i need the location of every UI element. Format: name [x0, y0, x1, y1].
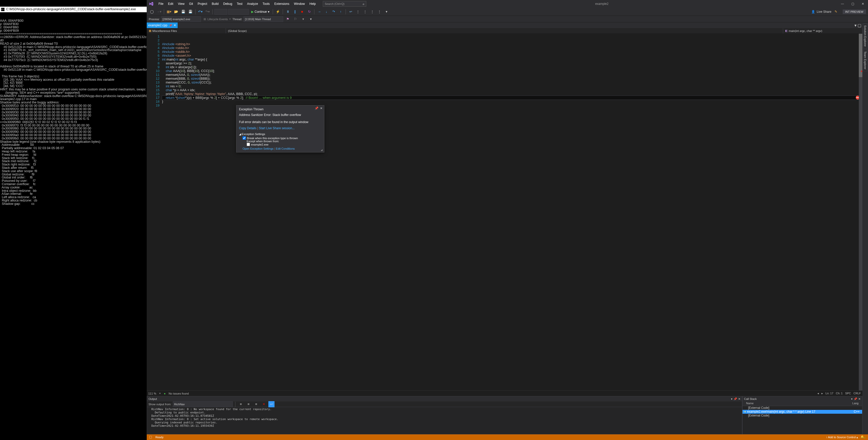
save-icon[interactable]: 💾 — [180, 9, 186, 15]
output-text[interactable]: RichNav Information: 0 : No workspace fo… — [147, 407, 742, 434]
output-find-icon[interactable]: ≡ — [238, 401, 244, 407]
show-next-icon[interactable]: → — [316, 9, 322, 15]
nav-function[interactable]: ◧main(int argc, char ** argv) — [783, 28, 862, 33]
misc-icon-2[interactable]: ⋮ — [362, 9, 368, 15]
liveshare-label[interactable]: Live Share — [817, 10, 831, 13]
code-line-1[interactable]: #include <string.h> — [162, 42, 862, 46]
search-box[interactable]: Search (Ctrl+Q) ⌕ — [323, 1, 366, 7]
menu-debug[interactable]: Debug — [221, 1, 234, 7]
code-line-7[interactable]: assert(argc >= 2); — [162, 61, 862, 65]
code-body[interactable]: #include <string.h>#include <stdio.h>#in… — [162, 34, 862, 391]
feedback-icon[interactable]: ✎ — [833, 9, 839, 15]
code-line-13[interactable]: int res = 0; — [162, 84, 862, 88]
nav-back-icon[interactable]: ◯ — [149, 9, 155, 15]
nav-scope[interactable]: (Global Scope) — [226, 28, 783, 33]
config-combo[interactable] — [214, 9, 227, 14]
step-into-icon[interactable]: ↓ — [323, 9, 330, 15]
code-line-6[interactable]: int main(int argc, char **argv) { — [162, 58, 862, 61]
process-combo[interactable]: [28056] example2.exe — [161, 16, 201, 22]
code-line-17[interactable]: return *(short*)(p) + BBB[argc % 2] + CC… — [162, 96, 862, 100]
edit-conditions-link[interactable]: Edit Conditions — [276, 147, 295, 150]
resize-grip-icon[interactable]: ◢ — [321, 148, 322, 151]
undo-icon[interactable]: ↶▾ — [197, 9, 204, 15]
redo-icon[interactable]: ↷▾ — [205, 9, 211, 15]
col-indicator[interactable]: Ch: 1 — [836, 392, 842, 395]
panel-dropdown-icon[interactable]: ▾ — [851, 397, 852, 401]
menu-tools[interactable]: Tools — [260, 1, 272, 7]
step-over-icon[interactable]: ↷ — [331, 9, 337, 15]
output-clear-icon[interactable]: ✕ — [261, 401, 267, 407]
panel-close-icon[interactable]: ✕ — [858, 397, 861, 401]
notifications-icon[interactable]: 🔔2 — [861, 435, 865, 439]
menu-build[interactable]: Build — [210, 1, 221, 7]
code-line-3[interactable]: #include <stdlib.h> — [162, 50, 862, 54]
code-line-18[interactable]: } — [162, 100, 862, 103]
copy-details-link[interactable]: Copy Details — [239, 126, 256, 130]
liveshare-icon[interactable]: 👤 — [811, 10, 815, 13]
open-exception-settings-link[interactable]: Open Exception Settings — [243, 147, 274, 150]
except-exe-checkbox[interactable] — [247, 143, 250, 146]
panel-dropdown-icon[interactable]: ▾ — [731, 397, 733, 401]
platform-combo[interactable] — [228, 9, 249, 14]
code-line-11[interactable]: memset(BBB, 0, sizeof(BBB)); — [162, 77, 862, 80]
callstack-col-lang[interactable]: Lang — [852, 402, 859, 406]
restart-icon[interactable]: ↻ — [306, 9, 312, 15]
hotreload-icon[interactable]: ⚡ — [275, 9, 281, 15]
panel-pin-icon[interactable]: 📌 — [734, 397, 737, 401]
continue-button[interactable]: ▶Continue ▾ — [250, 9, 271, 14]
save-all-icon[interactable]: 💾 — [187, 9, 193, 15]
line-indicator[interactable]: Ln: 17 — [826, 392, 834, 395]
pause-icon[interactable]: ‖ — [292, 9, 298, 15]
lifecycle-label[interactable]: Lifecycle Events — [208, 18, 228, 21]
popup-close-icon[interactable]: ✕ — [320, 106, 322, 110]
code-line-10[interactable]: memset(AAA, 0, sizeof(AAA)); — [162, 73, 862, 77]
code-line-4[interactable]: #include <assert.h> — [162, 54, 862, 58]
zoom-level[interactable]: 111 % — [148, 392, 156, 395]
flag-icon-2[interactable]: ⚐ — [292, 16, 299, 22]
callstack-body[interactable]: [External Code]➜example2.exe!main(int ar… — [743, 406, 862, 434]
panel-pin-icon[interactable]: 📌 — [854, 397, 857, 401]
menu-window[interactable]: Window — [292, 1, 307, 7]
add-source-control[interactable]: ↑ Add to Source Control ▴ — [826, 436, 858, 439]
menu-analyze[interactable]: Analyze — [245, 1, 260, 7]
misc-icon-3[interactable]: ⋮ — [369, 9, 375, 15]
step-out-icon[interactable]: ↑ — [338, 9, 344, 15]
output-prev-icon[interactable]: ≡ — [245, 401, 251, 407]
issues-label[interactable]: No issues found — [169, 392, 189, 395]
stop-icon[interactable]: ■ — [299, 9, 305, 15]
menu-extensions[interactable]: Extensions — [272, 1, 291, 7]
callstack-row[interactable]: [External Code] — [743, 406, 862, 410]
callstack-col-name[interactable]: Name — [746, 402, 753, 406]
rail-team-explorer[interactable]: Team Explorer — [863, 49, 867, 71]
callstack-row[interactable]: ➜example2.exe!main(int argc, char * * ar… — [743, 410, 862, 414]
break-all-icon[interactable]: ⏸ — [285, 9, 291, 15]
menu-project[interactable]: Project — [195, 1, 209, 7]
close-button[interactable]: ✕ — [858, 0, 868, 8]
nav-fwd-icon[interactable]: →▾ — [156, 9, 162, 15]
step-back-icon[interactable]: ↩ — [348, 9, 354, 15]
misc-icon-4[interactable]: ⋮ — [376, 9, 382, 15]
code-line-15[interactable]: printf("AAA: %p\ny: %p\nz: %p\np: %p\n",… — [162, 92, 862, 96]
code-line-12[interactable]: memset(CCC, 0, sizeof(CCC)); — [162, 80, 862, 84]
menu-test[interactable]: Test — [235, 1, 245, 7]
minimize-button[interactable]: — — [837, 0, 847, 8]
output-source-combo[interactable]: RichNav — [173, 401, 233, 407]
tab-close-icon[interactable]: ✕ — [174, 24, 176, 27]
rail-solution-explorer[interactable]: Solution Explorer — [863, 24, 867, 48]
thread-combo[interactable]: [11916] Main Thread — [244, 16, 283, 22]
panel-close-icon[interactable]: ✕ — [738, 397, 740, 401]
tab-overflow-icon[interactable]: ▾ — [855, 23, 857, 28]
lifecycle-icon[interactable]: ▦ — [204, 18, 206, 21]
misc-icon[interactable]: ⋮ — [355, 9, 361, 15]
editor-scrollbar[interactable] — [859, 34, 862, 391]
flag-icon[interactable]: ⚑ — [285, 16, 291, 22]
maximize-button[interactable]: ▢ — [847, 0, 858, 8]
code-line-8[interactable]: int idx = atoi(argv[1]); — [162, 65, 862, 69]
callstack-row[interactable]: [External Code] — [743, 414, 862, 417]
menu-file[interactable]: File — [156, 1, 165, 7]
code-line-14[interactable]: char *p = AAA + idx; — [162, 88, 862, 92]
menu-view[interactable]: View — [176, 1, 187, 7]
tab-example2[interactable]: example2.cpp 📌 ✕ — [147, 23, 178, 28]
start-liveshare-link[interactable]: Start Live Share session... — [259, 126, 295, 130]
output-next-icon[interactable]: ≡ — [253, 401, 259, 407]
